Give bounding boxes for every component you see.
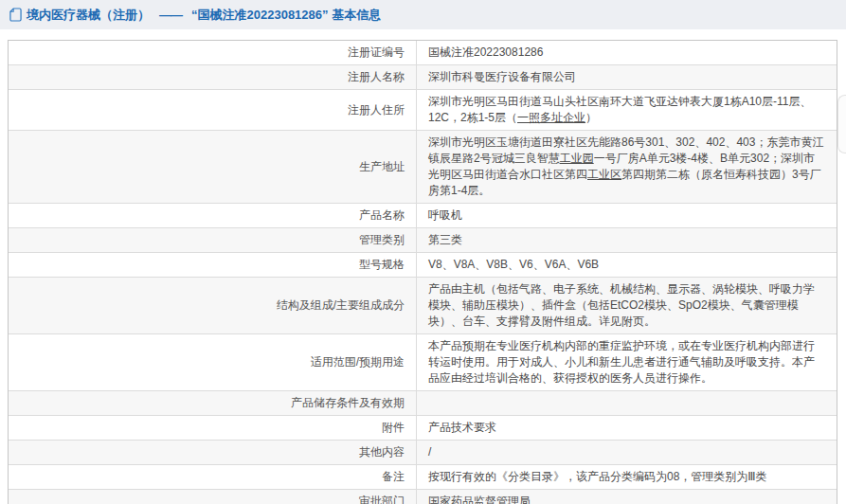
row-value: 按现行有效的《分类目录》，该产品分类编码为08，管理类别为Ⅲ类: [428, 469, 767, 485]
row-value: 第三类: [428, 232, 462, 248]
row-value: 产品技术要求: [428, 420, 496, 436]
row-value-cell: 国家药品监督管理局: [417, 490, 837, 504]
row-value: V8、V8A、V8B、V6、V6A、V6B: [428, 257, 599, 273]
row-value: 呼吸机: [428, 207, 462, 224]
table-row: 注册人名称 深圳市科曼医疗设备有限公司: [9, 65, 837, 90]
row-value: 深圳市光明区玉塘街道田寮社区先能路86号301、302、402、403；东莞市黄…: [428, 135, 825, 199]
value-text: 产品技术要求: [428, 421, 496, 434]
row-value-cell: 产品由主机（包括气路、电子系统、机械结构、显示器、涡轮模块、呼吸力学模块、辅助压…: [417, 278, 837, 333]
row-value-cell: 深圳市光明区玉塘街道田寮社区先能路86号301、302、402、403；东莞市黄…: [417, 131, 837, 203]
underlined-term[interactable]: 工业区: [587, 168, 621, 181]
row-label: 注册人名称: [9, 65, 417, 89]
table-row: 适用范围/预期用途 本产品预期在专业医疗机构内部的重症监护环境，或在专业医疗机构…: [9, 334, 837, 391]
row-value-cell: 国械注准20223081286: [417, 41, 837, 64]
row-value: 产品由主机（包括气路、电子系统、机械结构、显示器、涡轮模块、呼吸力学模块、辅助压…: [428, 281, 825, 330]
row-value: 国家药品监督管理局: [428, 494, 531, 504]
row-label: 型号规格: [9, 253, 417, 277]
underlined-term[interactable]: 工业园: [560, 152, 594, 165]
value-text: 深圳市光明区马田街道马山头社区南环大道飞亚达钟表大厦1栋A10层-11层、12C…: [428, 95, 811, 124]
page-header: 境内医疗器械（注册） —— “国械注准20223081286” 基本信息: [0, 0, 846, 29]
row-value-cell: [417, 391, 837, 415]
table-row: 其他内容 /: [9, 441, 837, 465]
row-value-cell: V8、V8A、V8B、V6、V6A、V6B: [417, 253, 837, 277]
row-value: 深圳市光明区马田街道马山头社区南环大道飞亚达钟表大厦1栋A10层-11层、12C…: [428, 94, 825, 126]
row-label: 注册人住所: [9, 90, 417, 130]
table-row: 产品储存条件及有效期: [9, 391, 837, 416]
table-row: 注册证编号 国械注准20223081286: [9, 41, 837, 65]
row-label: 备注: [9, 465, 417, 489]
row-value-cell: 第三类: [417, 228, 837, 252]
row-value: 本产品预期在专业医疗机构内部的重症监护环境，或在专业医疗机构内部进行转运时使用。…: [428, 338, 825, 387]
value-text: 本产品预期在专业医疗机构内部的重症监护环境，或在专业医疗机构内部进行转运时使用。…: [428, 339, 815, 385]
table-row: 审批部门 国家药品监督管理局: [9, 490, 837, 504]
table-row: 附件 产品技术要求: [9, 416, 837, 441]
value-text: 产品由主机（包括气路、电子系统、机械结构、显示器、涡轮模块、呼吸力学模块、辅助压…: [428, 282, 815, 328]
table-row: 注册人住所 深圳市光明区马田街道马山头社区南环大道飞亚达钟表大厦1栋A10层-1…: [9, 90, 837, 131]
row-label: 产品名称: [9, 204, 417, 227]
table-row: 管理类别 第三类: [9, 228, 837, 253]
value-text: 第三类: [428, 233, 462, 246]
row-value: 深圳市科曼医疗设备有限公司: [428, 69, 576, 85]
value-text: 呼吸机: [428, 208, 462, 222]
value-text: 国械注准20223081286: [428, 45, 543, 59]
side-widget[interactable]: [837, 95, 846, 153]
row-value: /: [428, 444, 431, 460]
row-value-cell: 产品技术要求: [417, 416, 837, 440]
header-dash: ——: [159, 8, 182, 22]
row-value: 国械注准20223081286: [428, 45, 543, 61]
table-row: 结构及组成/主要组成成分 产品由主机（包括气路、电子系统、机械结构、显示器、涡轮…: [9, 278, 837, 334]
row-value-cell: /: [417, 441, 837, 464]
table-row: 产品名称 呼吸机: [9, 204, 837, 228]
value-text: ）: [585, 111, 597, 124]
header-title-prefix: 境内医疗器械（注册）: [27, 7, 150, 24]
value-text: V8、V8A、V8B、V6、V6A、V6B: [428, 258, 599, 271]
value-text: 深圳市科曼医疗设备有限公司: [428, 70, 576, 83]
header-title-main: “国械注准20223081286” 基本信息: [191, 7, 381, 24]
table-row: 生产地址 深圳市光明区玉塘街道田寮社区先能路86号301、302、402、403…: [9, 131, 837, 204]
row-label: 生产地址: [9, 131, 417, 203]
row-value-cell: 按现行有效的《分类目录》，该产品分类编码为08，管理类别为Ⅲ类: [417, 465, 837, 489]
value-text: 国家药品监督管理局: [428, 495, 531, 504]
row-label: 适用范围/预期用途: [9, 334, 417, 390]
underlined-term[interactable]: 一照多址企业: [517, 111, 585, 124]
registration-info-table: 注册证编号 国械注准20223081286 注册人名称 深圳市科曼医疗设备有限公…: [8, 40, 837, 504]
row-value-cell: 深圳市科曼医疗设备有限公司: [417, 65, 837, 89]
row-label: 产品储存条件及有效期: [9, 391, 417, 415]
value-text: /: [428, 445, 431, 459]
value-text: 按现行有效的《分类目录》，该产品分类编码为08，管理类别为Ⅲ类: [428, 470, 767, 483]
document-icon: [9, 8, 22, 22]
row-label: 审批部门: [9, 490, 417, 504]
row-label: 注册证编号: [9, 41, 417, 64]
table-row: 型号规格 V8、V8A、V8B、V6、V6A、V6B: [9, 253, 837, 278]
row-label: 附件: [9, 416, 417, 440]
row-label: 其他内容: [9, 441, 417, 464]
row-label: 管理类别: [9, 228, 417, 252]
table-row: 备注 按现行有效的《分类目录》，该产品分类编码为08，管理类别为Ⅲ类: [9, 465, 837, 490]
row-value-cell: 本产品预期在专业医疗机构内部的重症监护环境，或在专业医疗机构内部进行转运时使用。…: [417, 334, 837, 390]
row-value-cell: 深圳市光明区马田街道马山头社区南环大道飞亚达钟表大厦1栋A10层-11层、12C…: [417, 90, 837, 130]
row-value-cell: 呼吸机: [417, 204, 837, 227]
row-label: 结构及组成/主要组成成分: [9, 278, 417, 333]
